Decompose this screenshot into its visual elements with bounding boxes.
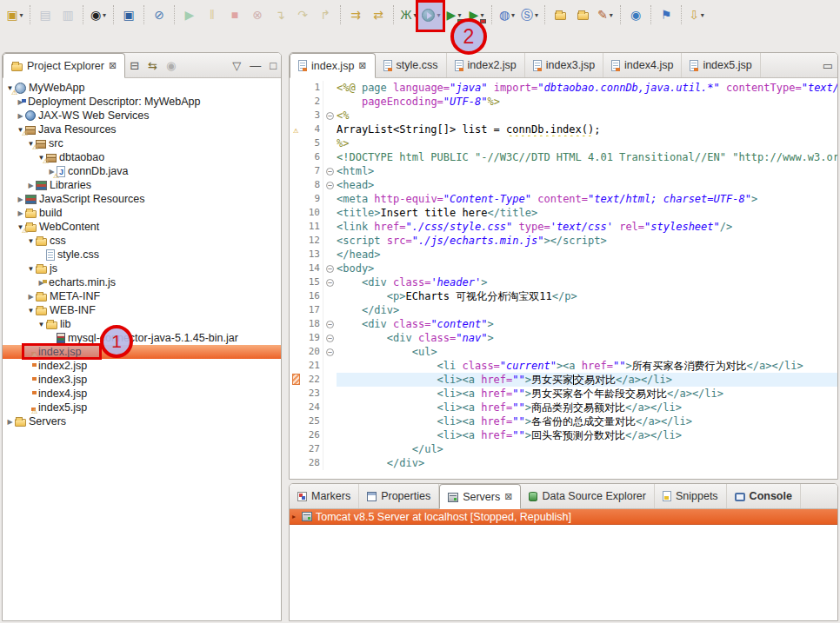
editor-tab-index2-jsp[interactable]: index2.jsp <box>447 53 525 77</box>
tree-item-dbtaobao[interactable]: ▼dbtaobao <box>3 150 281 164</box>
code-line-4[interactable]: ⚠4ArrayList<String[]> list = connDb.inde… <box>290 123 837 136</box>
chevron-down-icon[interactable]: ▾ <box>511 11 515 19</box>
link-with-editor-button[interactable]: ⇆ <box>143 53 162 77</box>
fold-collapse-icon[interactable]: − <box>326 321 334 328</box>
tree-item-web-inf[interactable]: ▼WEB-INF <box>3 303 281 317</box>
code-line-26[interactable]: 26 <li><a href="">回头客预测分数对比</a></li> <box>290 428 837 442</box>
open-resource-button[interactable] <box>572 3 593 26</box>
tree-item-build[interactable]: ▶build <box>3 206 281 220</box>
editor-tab-index-jsp[interactable]: index.jsp⊠ <box>290 53 376 78</box>
new-wizard-button[interactable]: ▣▾ <box>4 3 25 26</box>
close-icon[interactable]: ⊠ <box>504 491 512 502</box>
editor-tab-index5-jsp[interactable]: index5.jsp <box>682 53 760 77</box>
close-icon[interactable]: ⊠ <box>358 60 366 71</box>
code-line-17[interactable]: 17 </div> <box>290 303 837 317</box>
code-line-1[interactable]: 1<%@ page language="java" import="dbtaob… <box>290 81 837 95</box>
next-annotation-button[interactable]: ⇉ <box>345 3 366 26</box>
minimize-button[interactable]: — <box>245 53 265 77</box>
fold-collapse-icon[interactable]: − <box>326 335 334 342</box>
open-file-button[interactable] <box>550 3 570 26</box>
code-line-15[interactable]: 15− <div class='header'> <box>290 275 837 289</box>
collapsed-arrow-icon[interactable]: ▶ <box>16 209 25 217</box>
code-line-10[interactable]: 10<title>Insert title here</title> <box>290 206 837 220</box>
tree-item-meta-inf[interactable]: ▶META-INF <box>3 289 281 303</box>
tab-project-explorer[interactable]: Project Explorer ⊠ <box>3 53 125 78</box>
tree-item-jax-ws-web-services[interactable]: ▶JAX-WS Web Services <box>3 109 281 123</box>
fold-collapse-icon[interactable]: − <box>326 279 334 287</box>
minimize-editor-button[interactable]: ▭ <box>818 53 837 77</box>
collapsed-arrow-icon[interactable]: ▶ <box>16 196 25 203</box>
expanded-arrow-icon[interactable]: ▼ <box>26 237 36 245</box>
tree-item-deployment-descriptor-mywebapp[interactable]: ▶Deployment Descriptor: MyWebApp <box>3 95 281 109</box>
code-line-7[interactable]: 7−<html> <box>290 164 837 178</box>
expand-arrow-icon[interactable]: ▸ <box>292 513 301 520</box>
fold-collapse-icon[interactable]: − <box>326 112 334 120</box>
tree-item-lib[interactable]: ▼lib <box>3 317 281 331</box>
code-line-27[interactable]: 27 </ul> <box>290 442 837 456</box>
tree-item-index5-jsp[interactable]: index5.jsp <box>3 401 281 414</box>
previous-annotation-button[interactable]: ⇄ <box>368 3 389 26</box>
close-icon[interactable]: ⊠ <box>109 60 117 71</box>
skip-breakpoints-button[interactable]: ⊘ <box>149 3 170 26</box>
chevron-down-icon[interactable]: ▾ <box>610 11 613 19</box>
bottom-tab-console[interactable]: Console <box>727 484 801 508</box>
chevron-down-icon[interactable]: ▾ <box>535 11 538 19</box>
code-line-22[interactable]: 22 <li><a href="">男女买家交易对比</a></li> <box>290 373 837 387</box>
collapsed-arrow-icon[interactable]: ▶ <box>5 418 15 426</box>
collapsed-arrow-icon[interactable]: ▶ <box>26 293 36 301</box>
fold-collapse-icon[interactable]: − <box>326 348 334 356</box>
fold-collapse-icon[interactable]: − <box>326 168 334 176</box>
chevron-down-icon[interactable]: ▾ <box>480 11 483 19</box>
new-web-service-wizard-button[interactable]: ◍▾ <box>497 3 517 26</box>
tree-item-index3-jsp[interactable]: index3.jsp <box>3 373 281 387</box>
tree-item-java-resources[interactable]: ▼Java Resources <box>3 123 281 136</box>
code-line-20[interactable]: 20− <ul> <box>290 345 837 359</box>
tree-item-index2-jsp[interactable]: index2.jsp <box>3 359 281 373</box>
view-menu-button[interactable]: ▽ <box>228 53 245 77</box>
code-line-24[interactable]: 24 <li><a href="">商品类别交易额对比</a></li> <box>290 401 837 414</box>
server-row[interactable]: ▸ Tomcat v8.5 Server at localhost [Stopp… <box>290 509 837 525</box>
tree-item-servers[interactable]: ▶Servers <box>3 414 281 428</box>
maximize-button[interactable]: □ <box>265 53 281 77</box>
code-line-23[interactable]: 23 <li><a href="">男女买家各个年龄段交易对比</a></li> <box>290 387 837 401</box>
external-launch-button[interactable]: ⚑ <box>656 3 677 26</box>
chevron-down-icon[interactable]: ▾ <box>20 11 23 19</box>
code-line-28[interactable]: 28 </div> <box>290 456 837 470</box>
tree-item-index4-jsp[interactable]: index4.jsp <box>3 387 281 401</box>
bottom-tab-markers[interactable]: Markers <box>290 484 359 508</box>
chevron-down-icon[interactable]: ▾ <box>457 11 461 19</box>
expanded-arrow-icon[interactable]: ▼ <box>37 321 46 328</box>
code-editor[interactable]: 1<%@ page language="java" import="dbtaob… <box>290 78 837 480</box>
code-line-13[interactable]: 13</head> <box>290 248 837 262</box>
web-browser-button[interactable]: ◉ <box>625 3 646 26</box>
code-line-5[interactable]: 5%> <box>290 136 837 150</box>
code-line-25[interactable]: 25 <li><a href="">各省份的总成交量对比</a></li> <box>290 414 837 428</box>
tree-item-libraries[interactable]: ▶Libraries <box>3 178 281 192</box>
tree-item-webcontent[interactable]: ▼WebContent <box>3 220 281 234</box>
bottom-tab-snippets[interactable]: Snippets <box>655 484 727 508</box>
code-line-3[interactable]: 3−<% <box>290 109 837 123</box>
bottom-tab-data-source-explorer[interactable]: Data Source Explorer <box>521 484 655 508</box>
tree-item-conndb-java[interactable]: ▶connDb.java <box>3 164 281 178</box>
tree-item-index-jsp[interactable]: index.jsp1 <box>3 345 281 359</box>
fold-collapse-icon[interactable]: − <box>326 182 334 189</box>
web-services-explorer-button[interactable]: Ⓢ▾ <box>519 3 540 26</box>
chevron-down-icon[interactable]: ▾ <box>701 11 704 19</box>
code-line-2[interactable]: 2 pageEncoding="UTF-8"%> <box>290 95 837 109</box>
collapsed-arrow-icon[interactable]: ▶ <box>16 112 25 120</box>
code-line-21[interactable]: 21 <li class="current"><a href="">所有买家各消… <box>290 359 837 373</box>
code-line-6[interactable]: 6<!DOCTYPE html PUBLIC "-//W3C//DTD HTML… <box>290 150 837 164</box>
chevron-down-icon[interactable]: ▾ <box>103 11 106 19</box>
bottom-tab-servers[interactable]: Servers⊠ <box>439 484 521 509</box>
tree-item-javascript-resources[interactable]: ▶JavaScript Resources <box>3 192 281 206</box>
code-line-14[interactable]: 14−<body> <box>290 262 837 275</box>
import-button[interactable]: ⇩▾ <box>686 3 707 26</box>
fold-collapse-icon[interactable]: − <box>326 265 334 273</box>
user-account-button[interactable]: ◉▾ <box>88 3 109 26</box>
bottom-tab-properties[interactable]: Properties <box>359 484 439 508</box>
code-line-12[interactable]: 12<script src="./js/echarts.min.js"></sc… <box>290 234 837 248</box>
tree-item-src[interactable]: ▼src <box>3 136 281 150</box>
tree-item-mywebapp[interactable]: ▼MyWebApp <box>3 81 281 95</box>
code-line-8[interactable]: 8−<head> <box>290 178 837 192</box>
code-line-18[interactable]: 18− <div class="content"> <box>290 317 837 331</box>
